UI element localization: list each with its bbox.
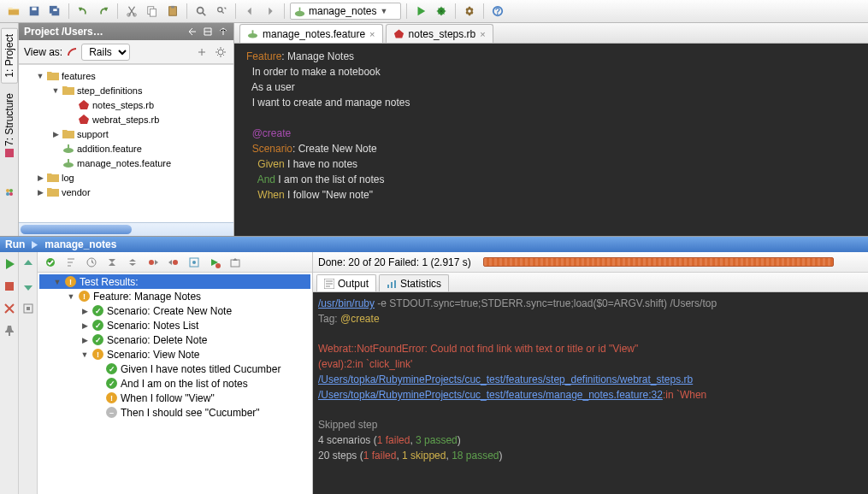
collapse-all-icon[interactable] [203,26,213,37]
code-editor[interactable]: Feature: Manage Notes In order to make a… [234,44,868,236]
svg-point-39 [192,261,196,264]
back-icon[interactable] [241,3,258,20]
track-running-icon[interactable] [84,255,99,270]
editor-tabs: manage_notes.feature× notes_steps.rb× [234,23,868,44]
autoscroll-icon[interactable] [194,44,210,60]
run-icon[interactable] [412,3,429,20]
run-config-label: manage_notes [309,5,376,17]
pin-icon[interactable] [3,324,16,338]
tree-folder-support[interactable]: ▶support [21,126,232,141]
rerun-icon[interactable] [3,257,16,271]
run-config-select[interactable]: manage_notes ▼ [290,3,401,20]
svg-rect-10 [171,6,174,9]
save-all-icon[interactable] [46,3,63,20]
expand-all-icon[interactable] [104,255,120,270]
copy-icon[interactable] [144,3,161,20]
test-scenario-create[interactable]: ▶✓Scenario: Create New Note [39,303,310,318]
horizontal-scrollbar[interactable] [19,222,233,236]
svg-point-37 [173,260,178,265]
progress-bar [483,257,834,267]
svg-rect-32 [9,332,10,336]
main-toolbar: manage_notes ▼ ? [0,0,868,23]
tree-folder-log[interactable]: ▶log [21,170,232,185]
tab-structure[interactable]: 7: Structure [1,87,18,163]
forward-icon[interactable] [262,3,279,20]
cut-icon[interactable] [123,3,140,20]
collapse-all-icon[interactable] [125,255,140,270]
view-as-select[interactable]: Rails [81,44,130,61]
tree-file-webrat-steps[interactable]: webrat_steps.rb [21,112,232,126]
close-icon[interactable]: × [480,29,485,39]
tab-misc[interactable] [3,182,16,203]
test-scenario-delete[interactable]: ▶✓Scenario: Delete Note [39,332,310,347]
export-icon[interactable] [21,302,35,315]
tree-file-notes-steps[interactable]: notes_steps.rb [21,97,232,112]
test-feature[interactable]: ▼!Feature: Manage Notes [39,289,310,303]
project-tree[interactable]: ▼features ▼step_definitions notes_steps.… [19,64,233,222]
paste-icon[interactable] [164,3,181,20]
tree-file-addition[interactable]: addition.feature [21,141,232,156]
replace-icon[interactable] [213,3,230,20]
svg-rect-31 [5,282,14,291]
gear-icon[interactable] [213,44,228,60]
run-arrow-icon [30,240,39,250]
sort-icon[interactable] [63,255,79,270]
tab-notes-steps-rb[interactable]: notes_steps.rb× [386,24,493,43]
tree-folder-features[interactable]: ▼features [21,68,232,83]
tab-output[interactable]: Output [316,274,376,291]
test-step[interactable]: ✓And I am on the list of notes [39,376,310,391]
settings-icon[interactable] [461,3,478,20]
svg-rect-43 [387,285,389,288]
svg-rect-45 [394,280,396,288]
console-output[interactable]: /usr/bin/ruby -e STDOUT.sync=true;STDERR… [313,292,868,494]
tree-folder-vendor[interactable]: ▶vendor [21,185,232,199]
test-tree[interactable]: ▼!Test Results: ▼!Feature: Manage Notes … [38,273,313,494]
svg-rect-4 [53,9,56,11]
tree-folder-stepdefs[interactable]: ▼step_definitions [21,83,232,97]
export-results-icon[interactable] [227,255,243,270]
run-panel: Run manage_notes [0,236,868,494]
test-step-failed[interactable]: !When I follow "View" [39,391,310,405]
dropdown-icon: ▼ [380,7,387,15]
down-icon[interactable] [21,279,35,293]
tab-manage-notes-feature[interactable]: manage_notes.feature× [239,24,383,43]
close-icon[interactable]: × [369,29,375,39]
svg-point-40 [216,263,221,268]
test-scenario-view[interactable]: ▼!Scenario: View Note [39,347,310,362]
svg-point-36 [149,260,154,265]
hide-passed-icon[interactable] [43,255,58,270]
svg-point-16 [468,9,471,13]
svg-point-22 [9,189,13,192]
test-toolbar [38,252,312,273]
next-failed-icon[interactable] [166,255,181,270]
undo-icon[interactable] [74,3,92,20]
svg-point-23 [6,189,9,192]
svg-rect-1 [32,8,36,11]
test-scenario-list[interactable]: ▶✓Scenario: Notes List [39,318,310,332]
prev-failed-icon[interactable] [145,255,161,270]
svg-rect-19 [5,149,14,157]
hide-icon[interactable] [218,26,228,37]
select-first-failed-icon[interactable] [186,255,202,270]
test-step[interactable]: ✓Given I have notes titled Cucumber [39,362,310,376]
tab-statistics[interactable]: Statistics [379,274,449,291]
open-icon[interactable] [5,3,22,20]
rerun-failed-icon[interactable] [207,255,222,270]
up-icon[interactable] [21,257,35,271]
results-summary: Done: 20 of 20 Failed: 1 (2.917 s) [318,256,471,268]
tree-file-manage-notes[interactable]: manage_notes.feature [21,156,232,170]
save-icon[interactable] [26,3,43,20]
svg-rect-8 [150,9,156,16]
svg-rect-44 [391,282,393,288]
help-icon[interactable]: ? [489,3,506,20]
tab-project[interactable]: 1: Project [1,28,18,84]
editor-area: manage_notes.feature× notes_steps.rb× Fe… [234,23,868,236]
debug-icon[interactable] [433,3,450,20]
stop-icon[interactable] [3,279,16,293]
find-icon[interactable] [192,3,210,20]
redo-icon[interactable] [95,3,112,20]
test-root[interactable]: ▼!Test Results: [39,274,310,289]
close-icon[interactable] [3,302,16,315]
scroll-from-source-icon[interactable] [187,26,198,37]
test-step[interactable]: –Then I should see "Cucumber" [39,405,310,420]
